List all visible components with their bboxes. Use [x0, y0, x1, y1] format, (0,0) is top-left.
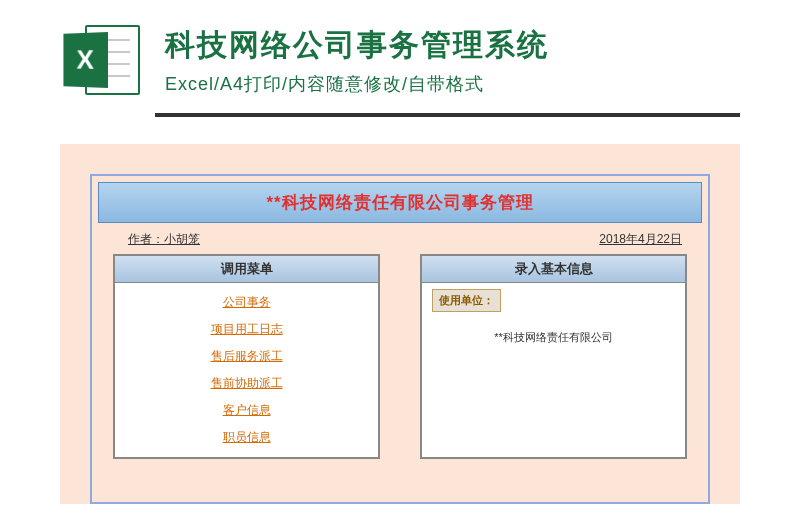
menu-panel: 调用菜单 公司事务 项目用工日志 售后服务派工 售前协助派工 客户信息 职员信息: [113, 254, 380, 459]
title-block: 科技网络公司事务管理系统 Excel/A4打印/内容随意修改/自带格式: [165, 25, 549, 96]
menu-item-company[interactable]: 公司事务: [115, 289, 378, 316]
info-panel-header: 录入基本信息: [422, 256, 685, 283]
page-header: X 科技网络公司事务管理系统 Excel/A4打印/内容随意修改/自带格式: [0, 0, 800, 115]
document-frame: **科技网络责任有限公司事务管理 作者：小胡笼 2018年4月22日 调用菜单 …: [90, 174, 710, 504]
menu-item-staff[interactable]: 职员信息: [115, 424, 378, 451]
page-subtitle: Excel/A4打印/内容随意修改/自带格式: [165, 72, 549, 96]
preview-area: **科技网络责任有限公司事务管理 作者：小胡笼 2018年4月22日 调用菜单 …: [60, 144, 740, 504]
excel-icon-letter: X: [76, 44, 93, 75]
info-panel-body: 使用单位： **科技网络责任有限公司: [422, 283, 685, 369]
info-panel: 录入基本信息 使用单位： **科技网络责任有限公司: [420, 254, 687, 459]
document-info-row: 作者：小胡笼 2018年4月22日: [98, 223, 702, 254]
document-title-bar: **科技网络责任有限公司事务管理: [98, 182, 702, 223]
page-title: 科技网络公司事务管理系统: [165, 25, 549, 66]
excel-icon: X: [60, 20, 140, 100]
menu-item-aftersale[interactable]: 售后服务派工: [115, 343, 378, 370]
unit-label: 使用单位：: [432, 289, 501, 312]
document-date: 2018年4月22日: [599, 231, 682, 248]
menu-panel-header: 调用菜单: [115, 256, 378, 283]
panels-row: 调用菜单 公司事务 项目用工日志 售后服务派工 售前协助派工 客户信息 职员信息…: [98, 254, 702, 459]
menu-list: 公司事务 项目用工日志 售后服务派工 售前协助派工 客户信息 职员信息: [115, 283, 378, 457]
unit-value: **科技网络责任有限公司: [432, 312, 675, 363]
document-title: **科技网络责任有限公司事务管理: [266, 193, 533, 212]
author-label: 作者：小胡笼: [128, 231, 200, 248]
menu-item-customer[interactable]: 客户信息: [115, 397, 378, 424]
menu-item-project-log[interactable]: 项目用工日志: [115, 316, 378, 343]
header-divider: [155, 113, 740, 117]
menu-item-presale[interactable]: 售前协助派工: [115, 370, 378, 397]
